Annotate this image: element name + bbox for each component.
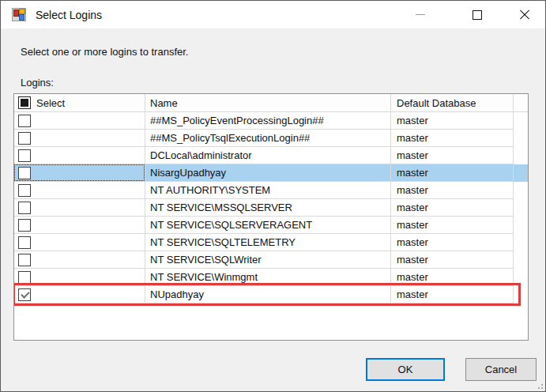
filler-cell	[514, 164, 528, 182]
row-checkbox[interactable]	[18, 254, 31, 266]
filler-cell	[514, 286, 528, 303]
filler-cell	[514, 269, 528, 286]
login-name[interactable]: ##MS_PolicyEventProcessingLogin##	[145, 112, 391, 130]
close-button[interactable]	[511, 1, 538, 28]
login-name[interactable]: NT SERVICE\SQLTELEMETRY	[145, 234, 391, 251]
name-column-header[interactable]: Name	[145, 94, 391, 112]
default-database[interactable]: master	[391, 147, 514, 164]
maximize-icon	[473, 10, 482, 20]
table-row[interactable]: NT SERVICE\SQLSERVERAGENTmaster	[14, 217, 528, 234]
row-checkbox[interactable]	[18, 115, 31, 127]
default-database[interactable]: master	[391, 182, 514, 199]
row-checkbox[interactable]	[18, 149, 31, 162]
table-row[interactable]: NUpadhyaymaster	[14, 286, 528, 303]
header-filler-cell	[514, 94, 528, 112]
window-title: Select Logins	[36, 9, 102, 21]
filler-cell	[514, 251, 528, 269]
default-database[interactable]: master	[391, 164, 514, 182]
default-database[interactable]: master	[391, 269, 514, 286]
select-cell[interactable]	[14, 199, 145, 217]
minimize-icon	[416, 14, 425, 15]
table-row[interactable]: NT SERVICE\SQLWritermaster	[14, 251, 528, 269]
instruction-text: Select one or more logins to transfer.	[21, 46, 188, 58]
filler-cell	[514, 112, 528, 130]
login-name[interactable]: NT SERVICE\MSSQLSERVER	[145, 199, 391, 217]
grid-header-row: Select Name Default Database	[14, 94, 528, 112]
grid-body: ##MS_PolicyEventProcessingLogin##master#…	[14, 112, 528, 303]
select-cell[interactable]	[14, 164, 145, 182]
default-database[interactable]: master	[391, 217, 514, 234]
winforms-app-icon	[12, 8, 26, 21]
filler-cell	[514, 130, 528, 147]
title-bar: Select Logins	[1, 1, 545, 28]
filler-cell	[514, 217, 528, 234]
select-cell[interactable]	[14, 217, 145, 234]
table-row[interactable]: NT SERVICE\SQLTELEMETRYmaster	[14, 234, 528, 251]
login-name[interactable]: NT AUTHORITY\SYSTEM	[145, 182, 391, 199]
table-row[interactable]: NisargUpadhyaymaster	[14, 164, 528, 182]
login-name[interactable]: NT SERVICE\SQLSERVERAGENT	[145, 217, 391, 234]
logins-grid[interactable]: Select Name Default Database ##MS_Policy…	[13, 93, 529, 341]
select-cell[interactable]	[14, 234, 145, 251]
default-database-column-header[interactable]: Default Database	[391, 94, 514, 112]
row-checkbox[interactable]	[18, 167, 31, 179]
default-database[interactable]: master	[391, 199, 514, 217]
table-row[interactable]: DCLocal\administratormaster	[14, 147, 528, 164]
login-name[interactable]: NisargUpadhyay	[145, 164, 391, 182]
default-database[interactable]: master	[391, 112, 514, 130]
select-column-label: Select	[36, 97, 65, 109]
filler-cell	[514, 234, 528, 251]
default-database[interactable]: master	[391, 251, 514, 269]
login-name[interactable]: ##MS_PolicyTsqlExecutionLogin##	[145, 130, 391, 147]
logins-label: Logins:	[21, 77, 54, 89]
default-database[interactable]: master	[391, 130, 514, 147]
select-cell[interactable]	[14, 269, 145, 286]
table-row[interactable]: NT AUTHORITY\SYSTEMmaster	[14, 182, 528, 199]
filler-cell	[514, 199, 528, 217]
select-cell[interactable]	[14, 147, 145, 164]
login-name[interactable]: DCLocal\administrator	[145, 147, 391, 164]
select-cell[interactable]	[14, 182, 145, 199]
login-name[interactable]: NT SERVICE\SQLWriter	[145, 251, 391, 269]
select-cell[interactable]	[14, 130, 145, 147]
select-cell[interactable]	[14, 286, 145, 303]
indeterminate-mark	[21, 99, 28, 107]
select-column-header[interactable]: Select	[14, 94, 145, 112]
table-row[interactable]: NT SERVICE\Winmgmtmaster	[14, 269, 528, 286]
select-cell[interactable]	[14, 112, 145, 130]
minimize-button[interactable]	[407, 1, 434, 28]
cancel-button[interactable]: Cancel	[465, 358, 537, 381]
row-checkbox[interactable]	[18, 271, 31, 284]
login-name[interactable]: NT SERVICE\Winmgmt	[145, 269, 391, 286]
default-database[interactable]: master	[391, 234, 514, 251]
ok-button[interactable]: OK	[366, 358, 445, 381]
maximize-button[interactable]	[464, 1, 491, 28]
login-name[interactable]: NUpadhyay	[145, 286, 391, 303]
row-checkbox[interactable]	[18, 202, 31, 214]
row-checkbox[interactable]	[18, 288, 31, 301]
resize-grip[interactable]	[535, 381, 543, 389]
select-cell[interactable]	[14, 251, 145, 269]
filler-cell	[514, 182, 528, 199]
row-checkbox[interactable]	[18, 132, 31, 145]
default-database[interactable]: master	[391, 286, 514, 303]
table-row[interactable]: ##MS_PolicyEventProcessingLogin##master	[14, 112, 528, 130]
close-icon	[519, 9, 530, 21]
row-checkbox[interactable]	[18, 219, 31, 232]
table-row[interactable]: NT SERVICE\MSSQLSERVERmaster	[14, 199, 528, 217]
select-logins-dialog: Select Logins Select one or more logins …	[0, 0, 546, 392]
row-checkbox[interactable]	[18, 184, 31, 197]
row-checkbox[interactable]	[18, 236, 31, 249]
table-row[interactable]: ##MS_PolicyTsqlExecutionLogin##master	[14, 130, 528, 147]
filler-cell	[514, 147, 528, 164]
select-all-checkbox[interactable]	[18, 96, 31, 109]
